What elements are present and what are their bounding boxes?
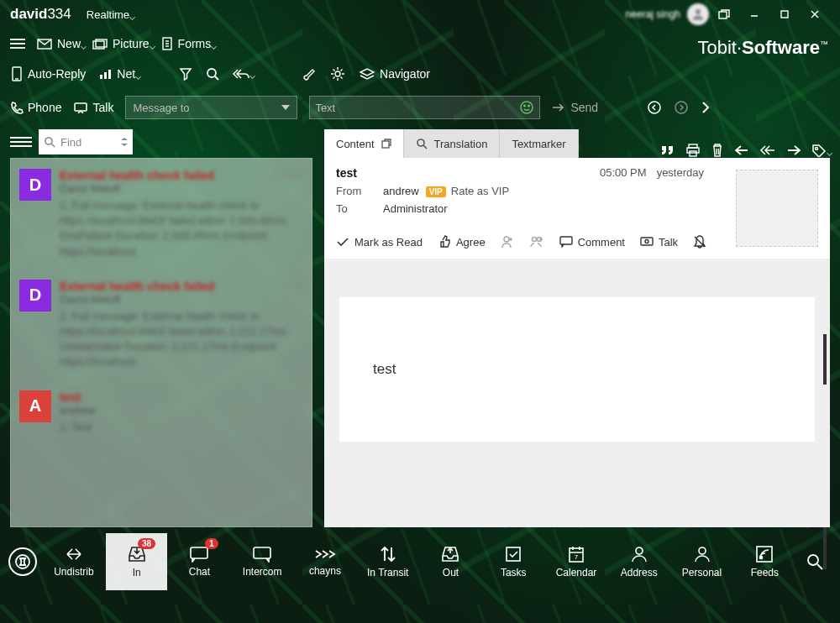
nav-tasks[interactable]: Tasks [483, 533, 544, 590]
vendor-logo: Tobit·Software™ [697, 37, 828, 59]
svg-line-34 [423, 145, 427, 149]
tab-content[interactable]: Content [324, 129, 404, 158]
talk-button[interactable]: Talk [73, 101, 113, 114]
hamburger-menu[interactable] [10, 38, 25, 50]
from-label: From [336, 185, 368, 197]
to-label: To [336, 202, 368, 215]
search-icon[interactable] [206, 67, 219, 81]
svg-rect-43 [641, 238, 653, 245]
nav-address[interactable]: Address [608, 533, 669, 590]
reply-all-icon[interactable] [233, 68, 249, 80]
settings-icon[interactable] [330, 66, 345, 81]
list-item[interactable]: A test23 h ago andrew 2. Test [11, 380, 312, 445]
titlebar: david334 Realtime neeraj singh [0, 0, 840, 29]
new-button[interactable]: New [37, 37, 81, 50]
add-people-icon[interactable] [529, 235, 544, 249]
window-tabs-icon[interactable] [709, 3, 739, 25]
phone-button[interactable]: Phone [10, 101, 61, 114]
quote-icon[interactable] [660, 144, 675, 156]
popout-icon[interactable] [381, 139, 391, 149]
list-menu-icon[interactable] [10, 137, 32, 147]
add-person-icon[interactable] [501, 235, 514, 249]
list-item[interactable]: D External health check failed1 h ago Da… [11, 159, 312, 270]
filter-icon[interactable] [179, 67, 192, 81]
svg-line-31 [51, 144, 55, 147]
agree-button[interactable]: Agree [438, 235, 486, 249]
mark-read-button[interactable]: Mark as Read [336, 236, 423, 249]
global-search-icon[interactable] [799, 533, 832, 590]
net-button[interactable]: Net [99, 67, 135, 81]
nav-personal[interactable]: Personal [671, 533, 732, 590]
message-header: test 05:00 PMyesterday FromandrewVIPRate… [324, 158, 830, 225]
comment-button[interactable]: Comment [559, 236, 625, 249]
svg-point-0 [696, 9, 701, 14]
nav-undistrib[interactable]: Undistrib [44, 533, 105, 590]
back-arrow-icon[interactable] [734, 144, 749, 156]
picture-button[interactable]: Picture [92, 37, 150, 50]
nav-next-icon[interactable] [701, 101, 711, 114]
list-item-from: David Meloff [60, 293, 303, 306]
message-text-input[interactable]: Text [309, 96, 540, 119]
svg-point-54 [760, 557, 763, 559]
search-dropdown-icon[interactable] [121, 138, 128, 146]
svg-rect-1 [719, 12, 727, 18]
in-badge: 38 [138, 538, 155, 549]
auto-reply-button[interactable]: Auto-Reply [10, 66, 86, 81]
list-avatar: D [19, 280, 51, 312]
nav-chat[interactable]: 1Chat [169, 533, 230, 590]
navigator-button[interactable]: Navigator [359, 67, 430, 81]
tag-icon[interactable] [811, 144, 827, 157]
message-time: 05:00 PMyesterday [600, 166, 704, 179]
forms-button[interactable]: Forms [161, 37, 212, 50]
nav-intercom[interactable]: Intercom [232, 533, 293, 590]
svg-line-56 [817, 564, 822, 569]
emoji-icon[interactable] [519, 100, 534, 115]
rate-vip[interactable]: Rate as VIP [451, 185, 509, 197]
nav-back-icon[interactable] [647, 100, 662, 115]
message-to-input[interactable]: Message to [125, 96, 297, 119]
nav-chayns[interactable]: chayns [295, 533, 356, 590]
brush-icon[interactable] [302, 67, 317, 81]
svg-point-52 [699, 547, 706, 554]
svg-rect-42 [560, 237, 572, 244]
print-icon[interactable] [685, 144, 701, 157]
secondary-toolbar: Auto-Reply Net Navigator [0, 59, 840, 89]
nav-feeds[interactable]: Feeds [734, 533, 795, 590]
realtime-menu[interactable]: Realtime [87, 8, 129, 21]
maximize-button[interactable] [769, 3, 800, 25]
app-icon[interactable] [8, 547, 37, 576]
nav-out[interactable]: Out [420, 533, 481, 590]
tab-translation[interactable]: Translation [404, 129, 501, 158]
nav-in[interactable]: 38In [106, 533, 167, 590]
app-brand: david334 [10, 6, 71, 23]
svg-point-55 [808, 555, 818, 565]
back-all-icon[interactable] [759, 144, 776, 156]
from-value: andrewVIPRate as VIP [383, 185, 509, 197]
delete-icon[interactable] [711, 143, 724, 158]
close-button[interactable] [800, 3, 830, 25]
compose-toolbar: Phone Talk Message to Text Send [0, 89, 840, 126]
avatar [687, 3, 709, 25]
reading-pane: test 05:00 PMyesterday FromandrewVIPRate… [324, 158, 830, 527]
message-list[interactable]: D External health check failed1 h ago Da… [10, 158, 312, 527]
user-label[interactable]: neeraj singh [626, 3, 709, 25]
nav-intransit[interactable]: In Transit [357, 533, 418, 590]
svg-point-23 [335, 71, 340, 76]
svg-rect-32 [382, 141, 389, 148]
minimize-button[interactable] [739, 3, 769, 25]
search-input[interactable]: Find [39, 129, 133, 154]
talk-action-button[interactable]: Talk [640, 236, 678, 249]
forward-arrow-icon[interactable] [786, 144, 801, 156]
scroll-thumb[interactable] [823, 334, 827, 385]
list-avatar: A [19, 390, 51, 422]
nav-calendar[interactable]: 7Calendar [546, 533, 607, 590]
tab-textmarker[interactable]: Textmarker [500, 129, 578, 158]
main-area: Find D External health check failed1 h a… [0, 126, 840, 527]
mute-icon[interactable] [693, 234, 706, 249]
message-list-column: Find D External health check failed1 h a… [10, 126, 312, 527]
send-button[interactable]: Send [552, 101, 598, 114]
svg-rect-3 [781, 11, 788, 18]
list-avatar: D [19, 169, 51, 201]
list-item[interactable]: D External health check failed1 h ago Da… [11, 270, 312, 380]
nav-fwd-icon[interactable] [674, 100, 689, 115]
